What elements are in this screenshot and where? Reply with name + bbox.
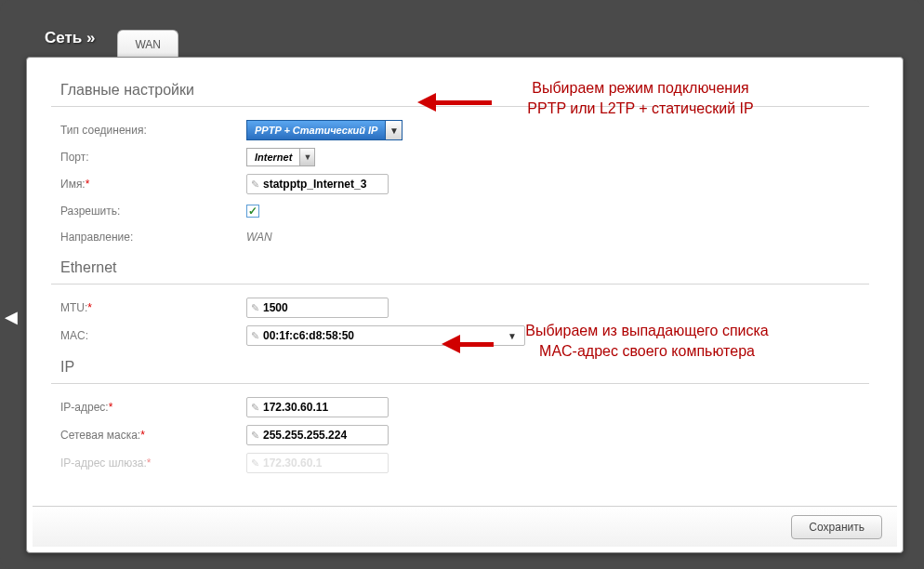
input-ip-address[interactable]: ✎ <box>246 397 389 417</box>
label-connection-type: Тип соединения: <box>60 124 246 137</box>
content-panel: Главные настройки Тип соединения: PPTP +… <box>26 57 904 553</box>
input-gateway[interactable]: ✎ <box>246 453 389 473</box>
input-name[interactable]: ✎ <box>246 174 389 194</box>
pencil-icon: ✎ <box>251 457 259 470</box>
section-ethernet: Ethernet <box>51 250 869 284</box>
footer-bar: Сохранить <box>33 506 897 547</box>
label-mtu: MTU:* <box>60 301 246 314</box>
breadcrumb: Сеть » <box>45 29 95 47</box>
pencil-icon: ✎ <box>251 402 259 414</box>
label-mac: MAC: <box>60 329 246 342</box>
checkbox-allow[interactable]: ✓ <box>246 205 259 218</box>
pencil-icon: ✎ <box>251 179 259 191</box>
pencil-icon: ✎ <box>251 430 259 442</box>
label-gateway: IP-адрес шлюза:* <box>60 457 246 470</box>
label-port: Порт: <box>60 151 246 164</box>
select-connection-type[interactable]: PPTP + Статический IP ▼ <box>246 120 403 140</box>
chevron-down-icon: ▼ <box>385 121 402 139</box>
label-ip-address: IP-адрес:* <box>60 401 246 414</box>
input-mac-field[interactable] <box>263 329 486 342</box>
pencil-icon: ✎ <box>251 330 259 342</box>
input-mtu[interactable]: ✎ <box>246 298 389 318</box>
save-button[interactable]: Сохранить <box>791 515 882 539</box>
label-direction: Направление: <box>60 231 246 244</box>
input-mtu-field[interactable] <box>263 301 384 314</box>
input-gateway-field[interactable] <box>263 457 384 470</box>
input-ip-field[interactable] <box>263 401 384 414</box>
select-port-value: Internet <box>247 152 299 163</box>
input-netmask-field[interactable] <box>263 429 384 442</box>
input-netmask[interactable]: ✎ <box>246 425 389 445</box>
tab-wan[interactable]: WAN <box>117 30 178 58</box>
section-ip: IP <box>51 350 869 384</box>
chevron-down-icon: ▼ <box>299 149 314 165</box>
tab-bar: Сеть » WAN <box>26 14 904 57</box>
chevron-down-icon: ▼ <box>504 331 521 341</box>
select-connection-type-value: PPTP + Статический IP <box>247 125 385 136</box>
value-direction: WAN <box>246 231 272 244</box>
input-name-field[interactable] <box>263 178 384 191</box>
select-mac[interactable]: ✎ ▼ <box>246 325 525 346</box>
label-name: Имя:* <box>60 178 246 191</box>
section-main-settings: Главные настройки <box>51 73 869 107</box>
label-allow: Разрешить: <box>60 205 246 218</box>
pencil-icon: ✎ <box>251 302 259 314</box>
label-netmask: Сетевая маска:* <box>60 429 246 442</box>
scroll-area[interactable]: Главные настройки Тип соединения: PPTP +… <box>33 63 888 500</box>
sidebar-expand-arrow[interactable]: ◀ <box>5 307 18 327</box>
select-port[interactable]: Internet ▼ <box>246 148 315 166</box>
